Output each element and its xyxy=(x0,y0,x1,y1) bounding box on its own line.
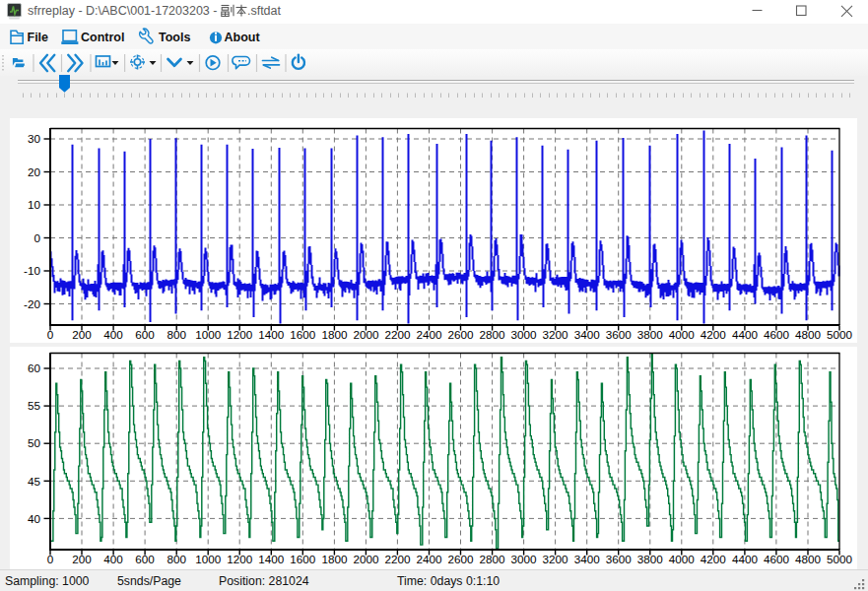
svg-text:400: 400 xyxy=(103,328,123,341)
svg-text:0: 0 xyxy=(47,553,54,565)
svg-text:3600: 3600 xyxy=(606,553,633,565)
svg-text:0: 0 xyxy=(33,231,40,244)
svg-text:10: 10 xyxy=(28,198,41,211)
svg-text:200: 200 xyxy=(72,328,92,341)
svg-text:800: 800 xyxy=(167,328,186,341)
svg-text:1800: 1800 xyxy=(321,553,348,565)
svg-text:3000: 3000 xyxy=(511,553,538,565)
svg-text:200: 200 xyxy=(72,553,92,565)
svg-text:4800: 4800 xyxy=(795,328,822,341)
svg-text:2400: 2400 xyxy=(416,328,442,341)
svg-text:4600: 4600 xyxy=(764,553,790,565)
svg-text:4600: 4600 xyxy=(764,328,790,341)
svg-text:1400: 1400 xyxy=(258,553,285,565)
svg-text:1200: 1200 xyxy=(227,553,253,565)
svg-text:4200: 4200 xyxy=(701,328,727,341)
svg-text:1600: 1600 xyxy=(290,553,316,565)
svg-text:Tools: Tools xyxy=(159,31,190,44)
svg-text:2000: 2000 xyxy=(353,553,379,565)
svg-text:5000: 5000 xyxy=(827,328,853,341)
svg-text:2400: 2400 xyxy=(416,553,442,565)
svg-text:50: 50 xyxy=(28,436,41,449)
svg-text:2800: 2800 xyxy=(480,328,506,341)
svg-text:4800: 4800 xyxy=(795,553,822,565)
svg-text:1400: 1400 xyxy=(258,328,285,341)
svg-text:4000: 4000 xyxy=(669,553,696,565)
svg-text:4200: 4200 xyxy=(701,553,727,565)
svg-text:400: 400 xyxy=(103,553,123,565)
svg-text:3000: 3000 xyxy=(511,328,538,341)
svg-text:3600: 3600 xyxy=(606,328,633,341)
svg-text:-10: -10 xyxy=(24,264,40,277)
svg-text:1800: 1800 xyxy=(321,328,348,341)
svg-text:2600: 2600 xyxy=(447,553,474,565)
svg-text:3800: 3800 xyxy=(637,553,664,565)
svg-text:800: 800 xyxy=(167,553,186,565)
svg-text:File: File xyxy=(28,31,49,44)
svg-text:600: 600 xyxy=(135,553,155,565)
svg-text:60: 60 xyxy=(28,361,41,374)
svg-text:3400: 3400 xyxy=(574,553,601,565)
svg-text:-20: -20 xyxy=(24,297,40,310)
svg-text:3200: 3200 xyxy=(543,328,569,341)
svg-text:1200: 1200 xyxy=(227,328,253,341)
svg-text:45: 45 xyxy=(28,475,41,488)
svg-text:1000: 1000 xyxy=(195,328,222,341)
svg-text:55: 55 xyxy=(28,399,41,412)
svg-text:2000: 2000 xyxy=(353,328,379,341)
svg-text:About: About xyxy=(225,31,261,44)
svg-text:4400: 4400 xyxy=(732,553,759,565)
svg-text:600: 600 xyxy=(135,328,155,341)
svg-text:2200: 2200 xyxy=(384,553,411,565)
svg-text:Control: Control xyxy=(81,31,124,44)
svg-text:3200: 3200 xyxy=(543,553,569,565)
svg-text:3800: 3800 xyxy=(637,328,664,341)
svg-text:1000: 1000 xyxy=(195,553,222,565)
svg-text:5000: 5000 xyxy=(827,553,853,565)
svg-text:20: 20 xyxy=(28,165,41,178)
svg-text:2800: 2800 xyxy=(480,553,506,565)
svg-text:40: 40 xyxy=(28,512,41,525)
svg-text:2600: 2600 xyxy=(447,328,474,341)
svg-text:0: 0 xyxy=(47,328,54,341)
svg-text:2200: 2200 xyxy=(384,328,411,341)
svg-text:4400: 4400 xyxy=(732,328,759,341)
svg-text:1600: 1600 xyxy=(290,328,316,341)
svg-text:4000: 4000 xyxy=(669,328,696,341)
svg-text:3400: 3400 xyxy=(574,328,601,341)
svg-text:30: 30 xyxy=(28,132,41,145)
